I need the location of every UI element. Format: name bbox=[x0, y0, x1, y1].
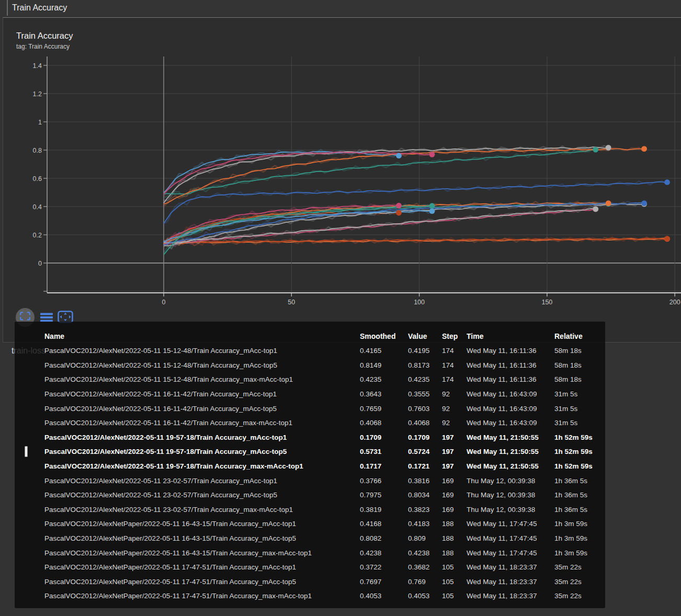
run-smoothed: 0.3722 bbox=[360, 563, 408, 571]
run-smoothed: 0.3643 bbox=[360, 390, 408, 398]
run-step: 169 bbox=[442, 477, 467, 485]
run-step: 169 bbox=[442, 491, 467, 499]
run-smoothed: 0.1717 bbox=[360, 462, 408, 470]
run-value: 0.3823 bbox=[408, 506, 442, 514]
run-value: 0.4068 bbox=[408, 419, 442, 427]
run-name: PascalVOC2012/AlexNetPaper/2022-05-11 16… bbox=[44, 549, 360, 557]
run-relative: 31m 5s bbox=[554, 405, 605, 413]
run-value: 0.4238 bbox=[408, 549, 442, 557]
run-value: 0.769 bbox=[408, 578, 442, 586]
run-name: PascalVOC2012/AlexNet/2022-05-11 19-57-1… bbox=[44, 448, 360, 455]
run-name: PascalVOC2012/AlexNetPaper/2022-05-11 16… bbox=[44, 520, 360, 528]
run-name: PascalVOC2012/AlexNet/2022-05-11 19-57-1… bbox=[44, 462, 360, 470]
run-time: Thu May 12, 00:39:38 bbox=[467, 491, 554, 499]
run-time: Wed May 11, 16:43:09 bbox=[467, 419, 554, 427]
run-name: PascalVOC2012/AlexNet/2022-05-11 16-11-4… bbox=[44, 405, 360, 413]
run-value: 0.3816 bbox=[408, 477, 442, 485]
run-relative: 58m 18s bbox=[554, 347, 605, 355]
run-step: 188 bbox=[442, 534, 467, 542]
run-relative: 1h 3m 59s bbox=[554, 520, 605, 528]
run-name: PascalVOC2012/AlexNetPaper/2022-05-11 16… bbox=[44, 534, 360, 542]
run-smoothed: 0.7975 bbox=[360, 491, 408, 499]
divider bbox=[7, 0, 8, 16]
col-smoothed: Smoothed bbox=[360, 332, 408, 340]
fit-domain-button[interactable] bbox=[20, 312, 30, 322]
tooltip-run-row: PascalVOC2012/AlexNetPaper/2022-05-11 17… bbox=[15, 560, 605, 575]
run-smoothed: 0.7659 bbox=[360, 405, 408, 413]
run-name: PascalVOC2012/AlexNet/2022-05-11 23-02-5… bbox=[44, 477, 360, 485]
tooltip-run-row: PascalVOC2012/AlexNet/2022-05-11 23-02-5… bbox=[15, 488, 605, 503]
run-value: 0.1721 bbox=[408, 462, 442, 470]
section-header-train-accuracy[interactable]: Train Accuracy bbox=[0, 0, 681, 16]
run-smoothed: 0.4068 bbox=[360, 419, 408, 427]
tooltip-run-row: PascalVOC2012/AlexNet/2022-05-11 19-57-1… bbox=[15, 444, 605, 459]
tooltip-run-row: PascalVOC2012/AlexNetPaper/2022-05-11 17… bbox=[15, 575, 605, 589]
hamburger-icon bbox=[40, 313, 53, 322]
run-name: PascalVOC2012/AlexNetPaper/2022-05-11 17… bbox=[44, 563, 360, 571]
tooltip-run-row: PascalVOC2012/AlexNet/2022-05-11 23-02-5… bbox=[15, 503, 605, 517]
run-value: 0.4053 bbox=[408, 592, 442, 600]
run-value: 0.8173 bbox=[408, 361, 442, 369]
run-value: 0.7603 bbox=[408, 405, 442, 413]
run-smoothed: 0.4235 bbox=[360, 375, 408, 383]
run-step: 105 bbox=[442, 563, 467, 571]
run-time: Wed May 11, 17:47:45 bbox=[467, 520, 554, 528]
run-name: PascalVOC2012/AlexNet/2022-05-11 15-12-4… bbox=[44, 375, 360, 383]
run-time: Wed May 11, 18:23:37 bbox=[467, 592, 554, 600]
run-smoothed: 0.3819 bbox=[360, 506, 408, 514]
run-relative: 31m 5s bbox=[554, 390, 605, 398]
run-relative: 1h 36m 5s bbox=[554, 506, 605, 514]
run-step: 197 bbox=[442, 434, 467, 441]
run-relative: 1h 3m 59s bbox=[554, 549, 605, 557]
run-name: PascalVOC2012/AlexNet/2022-05-11 15-12-4… bbox=[44, 361, 360, 369]
run-smoothed: 0.8149 bbox=[360, 361, 408, 369]
run-name: PascalVOC2012/AlexNet/2022-05-11 16-11-4… bbox=[44, 419, 360, 427]
run-value: 0.3682 bbox=[408, 563, 442, 571]
tooltip-run-row: PascalVOC2012/AlexNetPaper/2022-05-11 16… bbox=[15, 517, 605, 531]
run-time: Thu May 12, 00:39:38 bbox=[467, 477, 554, 485]
run-time: Wed May 11, 21:50:55 bbox=[467, 448, 554, 455]
run-step: 174 bbox=[442, 375, 467, 383]
run-relative: 58m 18s bbox=[554, 361, 605, 369]
run-step: 169 bbox=[442, 506, 467, 514]
run-time: Wed May 11, 16:11:36 bbox=[467, 347, 554, 355]
run-name: PascalVOC2012/AlexNet/2022-05-11 16-11-4… bbox=[44, 390, 360, 398]
run-time: Wed May 11, 18:23:37 bbox=[467, 563, 554, 571]
tooltip-run-row: PascalVOC2012/AlexNet/2022-05-11 16-11-4… bbox=[15, 401, 605, 416]
run-time: Wed May 11, 17:47:45 bbox=[467, 534, 554, 542]
run-smoothed: 0.8082 bbox=[360, 534, 408, 542]
run-smoothed: 0.4053 bbox=[360, 592, 408, 600]
col-relative: Relative bbox=[554, 332, 605, 340]
run-relative: 35m 22s bbox=[554, 563, 605, 571]
tooltip-header-row: Name Smoothed Value Step Time Relative bbox=[15, 329, 605, 344]
runs-tooltip: Name Smoothed Value Step Time Relative P… bbox=[15, 322, 605, 608]
run-value: 0.1709 bbox=[408, 434, 442, 441]
run-relative: 31m 5s bbox=[554, 419, 605, 427]
run-step: 174 bbox=[442, 361, 467, 369]
tooltip-run-row: PascalVOC2012/AlexNet/2022-05-11 16-11-4… bbox=[15, 387, 605, 402]
run-step: 105 bbox=[442, 578, 467, 586]
run-value: 0.8034 bbox=[408, 491, 442, 499]
run-relative: 1h 36m 5s bbox=[554, 477, 605, 485]
tooltip-rows: PascalVOC2012/AlexNet/2022-05-11 15-12-4… bbox=[15, 344, 605, 603]
card-title: Train Accuracy bbox=[16, 31, 73, 41]
run-relative: 1h 3m 59s bbox=[554, 534, 605, 542]
run-step: 92 bbox=[442, 405, 467, 413]
tooltip-run-row: PascalVOC2012/AlexNet/2022-05-11 19-57-1… bbox=[15, 430, 605, 445]
run-time: Wed May 11, 21:50:55 bbox=[467, 462, 554, 470]
card-tag: tag: Train Accuracy bbox=[16, 43, 70, 50]
tooltip-run-row: PascalVOC2012/AlexNetPaper/2022-05-11 17… bbox=[15, 589, 605, 603]
run-step: 197 bbox=[442, 448, 467, 455]
run-smoothed: 0.4238 bbox=[360, 549, 408, 557]
run-smoothed: 0.4168 bbox=[360, 520, 408, 528]
col-name: Name bbox=[44, 332, 360, 340]
run-value: 0.5724 bbox=[408, 448, 442, 455]
run-relative: 35m 22s bbox=[554, 578, 605, 586]
col-time: Time bbox=[467, 332, 554, 340]
run-time: Wed May 11, 16:11:36 bbox=[467, 375, 554, 383]
tooltip-run-row: PascalVOC2012/AlexNet/2022-05-11 23-02-5… bbox=[15, 473, 605, 488]
run-time: Wed May 11, 16:11:36 bbox=[467, 361, 554, 369]
run-step: 174 bbox=[442, 347, 467, 355]
tooltip-run-row: PascalVOC2012/AlexNetPaper/2022-05-11 16… bbox=[15, 531, 605, 546]
run-relative: 1h 52m 59s bbox=[554, 434, 605, 441]
